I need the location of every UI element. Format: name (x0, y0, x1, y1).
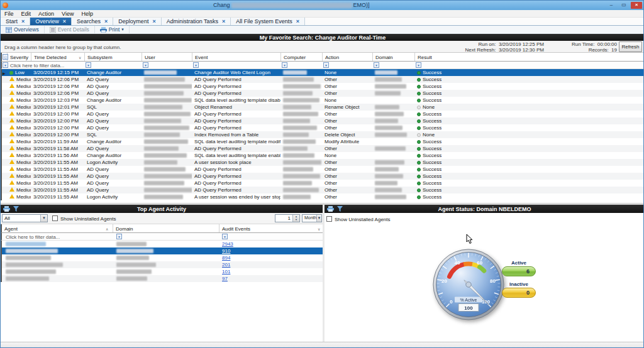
tab-close-icon[interactable]: × (104, 18, 108, 24)
tab-deployment[interactable]: Deployment× (113, 18, 161, 25)
agent-row[interactable]: 201 (2, 261, 323, 268)
audit-events-link[interactable]: 894 (222, 255, 230, 261)
tab-all-file-system-events[interactable]: All File System Events× (231, 18, 305, 25)
table-row[interactable]: Medium3/20/2019 12:06 PMAD QueryAD Query… (2, 90, 644, 97)
table-row[interactable]: Medium3/20/2019 12:00 PMAD QueryAD Query… (2, 117, 644, 124)
table-row[interactable]: Medium3/20/2019 11:59 AMChange AuditorSQ… (2, 138, 644, 145)
audit-events-link[interactable]: 2943 (222, 241, 233, 247)
events-filter-placeholder[interactable]: Click here to filter data... (10, 63, 64, 68)
audit-events-link[interactable]: 97 (222, 276, 228, 281)
toolbar-event-details[interactable]: Event Details (45, 26, 95, 33)
inactive-count-pill[interactable]: 0 (502, 288, 536, 298)
tab-overview[interactable]: Overview× (30, 18, 72, 25)
tab-administration-tasks[interactable]: Administration Tasks× (162, 18, 231, 25)
agent-row[interactable]: 2943 (2, 241, 323, 247)
minimize-button[interactable]: – (606, 2, 617, 9)
agent-filter-dropdown[interactable]: All ▼ (2, 214, 48, 222)
table-row[interactable]: Medium3/20/2019 12:06 PMAD QueryAD Query… (2, 83, 644, 90)
table-row[interactable]: Medium3/20/2019 11:55 AMLogon ActivityA … (2, 159, 644, 166)
table-row[interactable]: Medium3/20/2019 11:55 AMAD QueryAD Query… (2, 180, 644, 187)
table-row[interactable]: Medium3/20/2019 12:00 PMSQLIndex Removed… (2, 131, 644, 138)
cell-event: AD Query Performed (192, 83, 280, 90)
column-header-computer[interactable]: Computer (280, 53, 322, 61)
redacted-user (144, 84, 192, 89)
filter-icon[interactable]: ▼ (143, 62, 148, 68)
table-row[interactable]: Medium3/20/2019 11:55 AMAD QueryAD Query… (2, 187, 644, 193)
column-header-domain[interactable]: Domain (372, 53, 414, 61)
filter-icon[interactable]: ▼ (416, 62, 421, 68)
active-count-pill[interactable]: 6 (502, 266, 536, 276)
tab-close-icon[interactable]: × (296, 18, 299, 24)
table-row[interactable]: Medium3/20/2019 12:03 PMChange AuditorSQ… (2, 97, 644, 104)
period-spinner[interactable]: 1 ▲▼ (275, 214, 300, 222)
filter-icon[interactable]: ▼ (222, 234, 228, 239)
table-row[interactable]: Medium3/20/2019 11:58 AMAD QueryAD Query… (2, 145, 644, 152)
column-header-severity[interactable]: Severity (7, 53, 31, 61)
filter-icon[interactable]: ▼ (323, 62, 329, 68)
filter-icon[interactable]: ▼ (86, 62, 91, 68)
filter-icon[interactable]: ▼ (282, 62, 287, 68)
column-header-result[interactable]: Result (414, 53, 470, 61)
agent-column-header-agent[interactable]: Agent (2, 224, 113, 232)
sort-ascending-icon[interactable]: ∧ (106, 227, 108, 231)
print-icon[interactable] (3, 206, 10, 212)
menu-item-action[interactable]: Action (35, 11, 58, 17)
menu-item-file[interactable]: File (1, 11, 18, 17)
tab-close-icon[interactable]: × (63, 18, 66, 24)
agent-filter-row[interactable]: Click here to filter data...▼▼ (1, 233, 323, 241)
table-row[interactable]: Medium3/20/2019 12:00 PMAD QueryAD Query… (2, 111, 644, 117)
column-header-event[interactable]: Event (192, 53, 280, 61)
column-header-time-detected[interactable]: Time Detected (31, 53, 84, 61)
status-show-uninstalled-checkbox[interactable] (326, 216, 332, 222)
period-unit-dropdown[interactable]: Months ▼ (302, 214, 322, 222)
table-row[interactable]: Medium3/20/2019 12:01 PMSQLObject Rename… (2, 104, 644, 111)
audit-events-link[interactable]: 101 (222, 269, 230, 275)
filter-icon[interactable]: ▼ (3, 62, 8, 68)
filter-icon[interactable] (13, 206, 19, 212)
refresh-button[interactable]: Refresh (619, 41, 642, 52)
menu-item-view[interactable]: View (58, 11, 77, 17)
agent-column-header-audit-events[interactable]: Audit Events (219, 224, 324, 232)
tab-searches[interactable]: Searches× (72, 18, 113, 25)
toolbar-print[interactable]: Print▾ (95, 26, 130, 33)
agent-row[interactable]: 894 (2, 254, 323, 261)
table-row[interactable]: Medium3/20/2019 11:56 AMChange AuditorSQ… (2, 152, 644, 159)
sort-descending-icon[interactable]: ∨ (79, 55, 81, 60)
agent-row[interactable]: 910 (2, 247, 323, 254)
agent-column-header-domain[interactable]: Domain (113, 224, 219, 232)
column-header-subsystem[interactable]: Subsystem (84, 53, 142, 61)
close-button[interactable]: × (631, 2, 642, 9)
audit-events-link[interactable]: 910 (222, 248, 230, 254)
events-filter-row[interactable]: ▼Click here to filter data...▼▼▼▼▼▼▼ (1, 62, 644, 69)
maximize-button[interactable]: ▭ (618, 2, 630, 9)
select-all-icon[interactable]: ◱ (3, 54, 8, 60)
menu-item-help[interactable]: Help (77, 11, 97, 17)
filter-icon[interactable]: ▼ (374, 62, 379, 68)
show-uninstalled-checkbox[interactable] (52, 215, 58, 221)
table-row[interactable]: Medium3/20/2019 11:55 AMAD QueryAD Query… (2, 166, 644, 173)
table-row[interactable]: ▶Low3/20/2019 12:15 PMChange AuditorChan… (2, 69, 644, 76)
column-header-user[interactable]: User (142, 53, 192, 61)
tab-close-icon[interactable]: × (21, 18, 25, 24)
toolbar-overviews[interactable]: Overviews (1, 26, 45, 33)
agent-row[interactable]: 97 (2, 275, 323, 282)
agent-filter-placeholder[interactable]: Click here to filter data... (6, 234, 60, 240)
table-row[interactable]: Medium3/20/2019 12:00 PMAD QueryAD Query… (2, 124, 644, 131)
menu-item-edit[interactable]: Edit (18, 11, 35, 17)
print-icon[interactable] (327, 206, 334, 212)
table-row[interactable]: Medium3/20/2019 12:06 PMAD QueryAD Query… (2, 76, 644, 83)
audit-events-link[interactable]: 201 (222, 262, 230, 268)
sort-descending-icon[interactable]: ∨ (318, 227, 320, 231)
agent-row[interactable]: 101 (2, 268, 323, 275)
column-header-action[interactable]: Action (322, 53, 372, 61)
filter-icon[interactable] (337, 206, 343, 212)
tab-close-icon[interactable]: × (222, 18, 225, 24)
tab-close-icon[interactable]: × (152, 18, 155, 24)
filter-icon[interactable]: ▼ (116, 234, 122, 239)
tab-start[interactable]: Start× (1, 18, 30, 25)
table-row[interactable]: Medium3/20/2019 11:55 AMLogon ActivityA … (2, 193, 644, 200)
filter-icon[interactable]: ▼ (193, 62, 199, 68)
vertical-splitter[interactable] (323, 205, 325, 342)
table-row[interactable]: Medium3/20/2019 11:55 AMAD QueryAD Query… (2, 173, 644, 180)
spinner-arrows-icon[interactable]: ▲▼ (292, 215, 299, 222)
